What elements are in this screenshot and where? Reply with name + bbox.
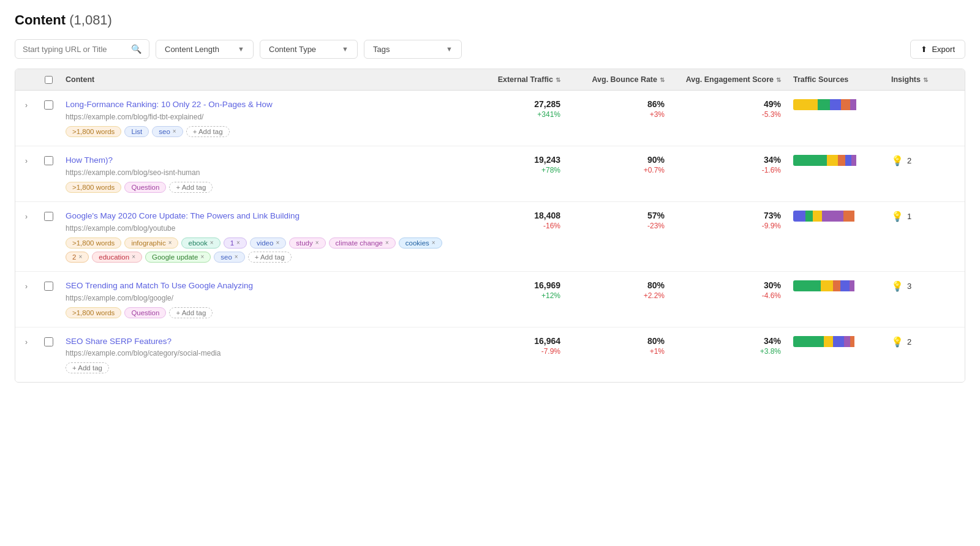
content-tag[interactable]: infographic× [124, 237, 178, 249]
th-content-label: Content [66, 75, 94, 84]
tag-remove-icon[interactable]: × [235, 253, 238, 260]
bounce-rate-cell: 80% +2.2% [567, 280, 671, 300]
row-checkbox[interactable] [44, 337, 53, 346]
row-checkbox-cell[interactable] [37, 211, 59, 221]
row-expand-button[interactable]: › [15, 336, 37, 346]
bounce-change: +3% [650, 110, 665, 119]
traffic-bar-segment [793, 280, 821, 291]
content-tag[interactable]: seo× [152, 126, 183, 137]
tag-remove-icon[interactable]: × [200, 253, 204, 260]
content-title[interactable]: SEO Share SERP Features? [66, 336, 456, 348]
engagement-value: 34% [764, 155, 781, 165]
bounce-value: 86% [647, 99, 665, 109]
row-checkbox-cell[interactable] [37, 336, 59, 346]
tag-remove-icon[interactable]: × [78, 253, 82, 260]
tag-remove-icon[interactable]: × [315, 239, 319, 246]
traffic-bar [793, 99, 861, 110]
traffic-bar-segment [851, 155, 856, 166]
select-all-checkbox[interactable] [45, 76, 53, 84]
search-input[interactable] [23, 45, 126, 54]
content-tag[interactable]: seo× [214, 252, 244, 263]
insights-count: 3 [907, 282, 911, 291]
content-table: Content External Traffic ⇅ Avg. Bounce R… [15, 69, 965, 383]
row-checkbox-cell[interactable] [37, 155, 59, 165]
content-tag[interactable]: 1× [224, 237, 247, 249]
sort-icon: ⇅ [660, 77, 665, 83]
content-tag: >1,800 words [66, 182, 121, 193]
content-tag: >1,800 words [66, 307, 121, 318]
page-title: Content (1,081) [15, 12, 965, 28]
add-tag-button[interactable]: + Add tag [169, 307, 213, 318]
export-button[interactable]: ⬆ Export [910, 40, 965, 59]
traffic-bar-segment [830, 99, 841, 110]
bounce-value: 57% [647, 211, 665, 220]
content-title[interactable]: SEO Trending and Match To Use Google Ana… [66, 280, 456, 292]
chevron-down-icon: ▼ [342, 45, 349, 53]
table-row: › Long-Formance Ranking: 10 Only 22 - On… [15, 91, 965, 146]
traffic-bar-segment [850, 99, 856, 110]
engagement-cell: 34% -1.6% [671, 155, 787, 174]
sort-icon: ⇅ [776, 77, 781, 83]
add-tag-button[interactable]: + Add tag [66, 362, 109, 373]
engagement-change: -9.9% [762, 222, 781, 230]
content-tag[interactable]: cookies× [399, 237, 442, 249]
traffic-bar [793, 336, 861, 347]
chevron-down-icon: ▼ [238, 45, 244, 53]
content-tag[interactable]: Google update× [145, 252, 211, 263]
content-tag: >1,800 words [66, 126, 121, 137]
content-tag[interactable]: ebook× [181, 237, 220, 249]
traffic-sources-cell [787, 99, 885, 110]
th-checkbox[interactable] [37, 76, 59, 84]
content-type-dropdown[interactable]: Content Type ▼ [260, 40, 358, 59]
search-filter[interactable]: 🔍 [15, 39, 149, 59]
row-checkbox-cell[interactable] [37, 280, 59, 291]
tag-remove-icon[interactable]: × [168, 239, 172, 246]
tag-remove-icon[interactable]: × [385, 239, 389, 246]
bounce-rate-cell: 90% +0.7% [567, 155, 671, 174]
row-expand-button[interactable]: › [15, 280, 37, 291]
row-expand-button[interactable]: › [15, 155, 37, 165]
sort-icon: ⇅ [556, 77, 560, 83]
row-expand-button[interactable]: › [15, 211, 37, 221]
tags-row: >1,800 wordsListseo×+ Add tag [66, 126, 456, 137]
add-tag-button[interactable]: + Add tag [248, 252, 292, 263]
content-tag[interactable]: education× [92, 252, 142, 263]
tags-row: >1,800 wordsQuestion+ Add tag [66, 182, 456, 193]
row-checkbox-cell[interactable] [37, 99, 59, 110]
content-tag[interactable]: climate change× [329, 237, 396, 249]
content-title[interactable]: Long-Formance Ranking: 10 Only 22 - On-P… [66, 99, 456, 111]
content-tag[interactable]: video× [250, 237, 286, 249]
engagement-value: 30% [764, 280, 781, 290]
tag-remove-icon[interactable]: × [276, 239, 279, 246]
content-length-dropdown[interactable]: Content Length ▼ [156, 40, 254, 59]
filters-row: 🔍 Content Length ▼ Content Type ▼ Tags ▼… [15, 39, 965, 59]
traffic-change: +78% [541, 166, 560, 174]
th-traffic-sources: Traffic Sources [787, 75, 885, 84]
traffic-bar [793, 155, 861, 166]
tag-remove-icon[interactable]: × [210, 239, 214, 246]
traffic-bar-segment [827, 155, 838, 166]
content-cell: How Them)? https://example.com/blog/seo-… [59, 155, 462, 193]
row-checkbox[interactable] [44, 100, 53, 110]
insights-bulb-icon: 💡 [891, 211, 903, 222]
th-engagement-score: Avg. Engagement Score ⇅ [671, 75, 787, 84]
row-checkbox[interactable] [44, 212, 53, 221]
tags-dropdown[interactable]: Tags ▼ [364, 40, 462, 59]
content-tag[interactable]: study× [289, 237, 325, 249]
external-traffic-cell: 18,408 -16% [462, 211, 567, 230]
row-checkbox[interactable] [44, 156, 53, 165]
content-title[interactable]: Google's May 2020 Core Update: The Power… [66, 211, 456, 222]
tag-remove-icon[interactable]: × [432, 239, 435, 246]
content-title[interactable]: How Them)? [66, 155, 456, 166]
row-checkbox[interactable] [44, 282, 53, 291]
content-tag: Question [124, 307, 166, 318]
tag-remove-icon[interactable]: × [132, 253, 135, 260]
add-tag-button[interactable]: + Add tag [186, 126, 230, 137]
tag-remove-icon[interactable]: × [236, 239, 240, 246]
add-tag-button[interactable]: + Add tag [169, 182, 213, 193]
row-expand-button[interactable]: › [15, 99, 37, 110]
tag-remove-icon[interactable]: × [173, 128, 176, 135]
traffic-bar-segment [844, 336, 850, 347]
engagement-value: 49% [764, 99, 781, 109]
content-tag[interactable]: 2× [66, 252, 89, 263]
